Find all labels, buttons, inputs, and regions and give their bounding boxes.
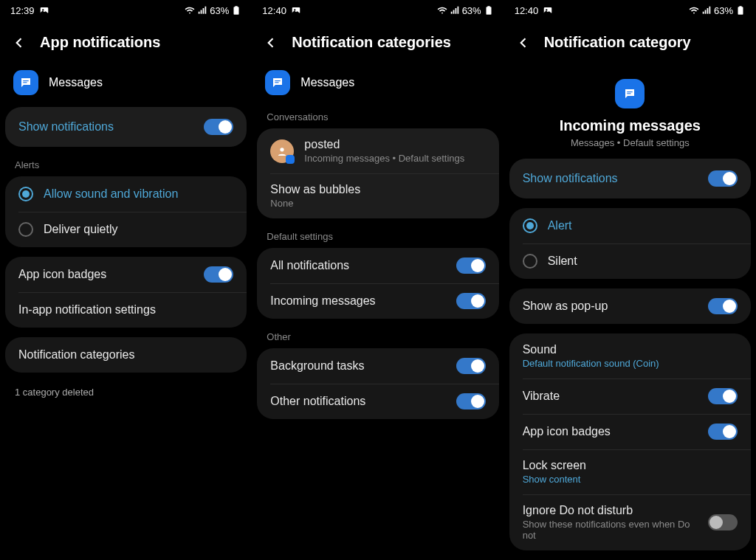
category-header: Incoming messages Messages • Default set… (504, 61, 756, 159)
deliver-quietly-row[interactable]: Deliver quietly (5, 212, 247, 247)
back-button[interactable] (516, 35, 531, 50)
svg-point-7 (294, 9, 295, 10)
background-row[interactable]: Background tasks (257, 348, 498, 384)
other-notifs-toggle[interactable] (456, 393, 486, 409)
battery-icon (484, 5, 494, 15)
signal-icon (197, 5, 207, 15)
bubbles-row[interactable]: Show as bubbles None (257, 173, 498, 218)
show-notifications-label: Show notifications (18, 120, 193, 134)
show-notifications-label: Show notifications (523, 172, 698, 185)
silent-radio[interactable] (523, 254, 537, 269)
popup-toggle[interactable] (708, 298, 738, 314)
clock: 12:40 (515, 5, 539, 16)
bubbles-label: Show as bubbles (270, 183, 485, 196)
svg-rect-9 (487, 6, 490, 7)
badges-label: App icon badges (523, 425, 698, 438)
other-notifs-label: Other notifications (270, 395, 445, 408)
show-notifications-card: Show notifications (5, 107, 247, 147)
svg-rect-16 (739, 6, 742, 7)
allow-sound-radio[interactable] (18, 187, 33, 201)
messages-app-icon (615, 79, 645, 108)
status-bar: 12:40 63% (504, 0, 756, 21)
show-notifications-toggle[interactable] (204, 119, 233, 135)
alert-row[interactable]: Alert (509, 208, 751, 243)
vibrate-row[interactable]: Vibrate (509, 378, 751, 414)
svg-rect-4 (23, 80, 29, 81)
incoming-label: Incoming messages (270, 294, 445, 308)
avatar-badge-icon (286, 155, 295, 164)
show-notifications-row[interactable]: Show notifications (509, 159, 751, 198)
conversations-card: posted Incoming messages • Default setti… (257, 128, 498, 218)
vibrate-toggle[interactable] (708, 388, 738, 404)
alert-radio[interactable] (523, 218, 537, 233)
show-notifications-toggle[interactable] (708, 170, 738, 187)
back-button[interactable] (264, 35, 278, 50)
svg-point-14 (546, 9, 547, 10)
all-notifications-row[interactable]: All notifications (257, 248, 498, 283)
silent-label: Silent (548, 255, 738, 268)
back-button[interactable] (12, 35, 27, 50)
conversation-posted-row[interactable]: posted Incoming messages • Default setti… (257, 128, 498, 173)
messages-app-icon (265, 70, 290, 95)
incoming-row[interactable]: Incoming messages (257, 283, 498, 319)
show-notifications-card: Show notifications (509, 159, 751, 198)
svg-rect-3 (236, 6, 238, 7)
mode-card: Alert Silent (509, 208, 751, 279)
badges-toggle[interactable] (708, 424, 738, 440)
svg-rect-10 (275, 80, 281, 81)
header: App notifications (0, 21, 252, 61)
screen-app-notifications: 12:39 63% App notifications Messages Sho… (0, 0, 252, 560)
categories-row[interactable]: Notification categories (5, 337, 247, 373)
wifi-icon (437, 5, 447, 15)
header: Notification categories (252, 21, 504, 61)
sound-label: Sound (523, 343, 738, 356)
wifi-icon (185, 5, 195, 15)
incoming-toggle[interactable] (456, 293, 486, 309)
other-notifs-row[interactable]: Other notifications (257, 384, 498, 419)
svg-rect-11 (275, 82, 279, 83)
deliver-quietly-radio[interactable] (18, 222, 33, 237)
lock-row[interactable]: Lock screen Show content (509, 449, 751, 494)
default-card: All notifications Incoming messages (257, 248, 498, 319)
screen-notification-categories: 12:40 63% Notification categories Messag… (252, 0, 504, 560)
show-notifications-row[interactable]: Show notifications (5, 107, 247, 147)
all-notifications-toggle[interactable] (456, 257, 486, 274)
svg-rect-18 (628, 93, 631, 94)
posted-label: posted (304, 138, 485, 151)
svg-point-1 (42, 9, 44, 10)
app-icon-badges-row[interactable]: App icon badges (5, 257, 247, 292)
footer-note: 1 category deleted (0, 382, 252, 402)
status-bar: 12:40 63% (252, 0, 504, 21)
photo-icon (543, 5, 553, 15)
category-sub: Messages • Default settings (571, 137, 690, 148)
app-icon-badges-label: App icon badges (18, 268, 193, 281)
background-toggle[interactable] (456, 358, 486, 374)
categories-card: Notification categories (5, 337, 247, 373)
app-icon-badges-toggle[interactable] (204, 266, 233, 283)
in-app-settings-label: In-app notification settings (18, 303, 233, 317)
battery-icon (231, 5, 241, 15)
posted-sub: Incoming messages • Default settings (304, 153, 485, 164)
lock-sub: Show content (523, 474, 738, 485)
svg-rect-2 (234, 7, 239, 14)
popup-label: Show as pop-up (523, 300, 698, 313)
sound-row[interactable]: Sound Default notification sound (Coin) (509, 333, 751, 378)
dnd-toggle[interactable] (708, 514, 738, 530)
battery-icon (735, 5, 746, 15)
details-card: Sound Default notification sound (Coin) … (509, 333, 751, 550)
other-label: Other (252, 328, 504, 348)
popup-row[interactable]: Show as pop-up (509, 288, 751, 324)
clock: 12:40 (262, 5, 286, 16)
photo-icon (291, 5, 301, 15)
lock-label: Lock screen (523, 459, 738, 472)
allow-sound-row[interactable]: Allow sound and vibration (5, 176, 247, 212)
alert-label: Alert (548, 219, 738, 232)
app-row: Messages (252, 61, 504, 107)
app-name: Messages (49, 76, 103, 89)
in-app-settings-row[interactable]: In-app notification settings (5, 292, 247, 328)
dnd-row[interactable]: Ignore Do not disturb Show these notific… (509, 494, 751, 550)
svg-rect-17 (628, 91, 633, 92)
silent-row[interactable]: Silent (509, 243, 751, 279)
all-notifications-label: All notifications (270, 259, 445, 272)
badges-row[interactable]: App icon badges (509, 414, 751, 449)
